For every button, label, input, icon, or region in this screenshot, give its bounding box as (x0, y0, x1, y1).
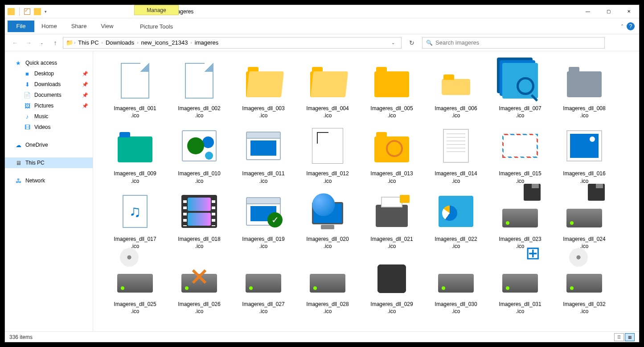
quick-access-toolbar: ▾ (5, 8, 47, 16)
chevron-right-icon[interactable]: › (102, 40, 103, 45)
tab-share[interactable]: Share (64, 18, 94, 34)
search-box[interactable]: 🔍 (422, 37, 605, 49)
file-item[interactable]: Imageres_dll_003.ico (231, 58, 295, 119)
sidebar-label: Documents (34, 92, 62, 98)
file-item[interactable]: Imageres_dll_010.ico (167, 124, 231, 184)
file-name-label: Imageres_dll_028.ico (306, 301, 349, 315)
sidebar-item-videos[interactable]: 🎞Videos (5, 122, 93, 132)
file-list[interactable]: Imageres_dll_001.ico Imageres_dll_002.ic… (93, 51, 639, 331)
tab-home[interactable]: Home (34, 18, 64, 34)
breadcrumb-item[interactable]: This PC (76, 39, 100, 46)
file-item[interactable]: Imageres_dll_011.ico (231, 124, 295, 184)
minimize-button[interactable]: — (578, 5, 598, 18)
close-button[interactable]: ✕ (619, 5, 639, 18)
file-name-label: Imageres_dll_008.ico (563, 105, 605, 119)
file-thumbnail-icon (562, 124, 607, 168)
file-name-label: Imageres_dll_027.ico (242, 301, 284, 315)
file-item[interactable]: Imageres_dll_004.ico (295, 58, 360, 119)
file-item[interactable]: Imageres_dll_001.ico (103, 58, 167, 119)
qat-dropdown-icon[interactable]: ▾ (45, 9, 47, 14)
file-thumbnail-icon (113, 189, 157, 234)
forward-button[interactable]: → (23, 37, 34, 49)
file-item[interactable]: Imageres_dll_020.ico (295, 189, 360, 250)
file-thumbnail-icon (241, 58, 286, 103)
tab-view[interactable]: View (94, 18, 120, 34)
navigation-pane[interactable]: ★ Quick access ■Desktop📌 ⬇Downloads📌 📄Do… (5, 51, 93, 331)
details-view-button[interactable]: ☰ (614, 333, 624, 341)
chevron-right-icon[interactable]: › (74, 40, 75, 45)
file-thumbnail-icon (434, 58, 478, 103)
file-name-label: Imageres_dll_018.ico (178, 235, 220, 250)
file-item[interactable]: Imageres_dll_008.ico (552, 58, 616, 119)
search-input[interactable] (435, 39, 601, 46)
file-item[interactable]: Imageres_dll_023.ico (488, 189, 552, 250)
file-item[interactable]: Imageres_dll_029.ico (360, 254, 424, 315)
recent-dropdown-icon[interactable]: ⌄ (36, 37, 48, 49)
file-thumbnail-icon: ✓ (241, 189, 286, 234)
status-bar: 336 items ☰ ▦ (5, 331, 639, 342)
tab-picture-tools[interactable]: Picture Tools (134, 18, 179, 34)
file-item[interactable]: Imageres_dll_013.ico (360, 124, 424, 184)
contextual-tab-manage[interactable]: Manage (134, 5, 179, 15)
file-thumbnail-icon (177, 254, 222, 299)
qat-newfolder-icon[interactable] (34, 8, 41, 15)
ribbon-collapse-icon[interactable]: ⌃ (620, 24, 624, 29)
sidebar-item-documents[interactable]: 📄Documents📌 (5, 90, 93, 100)
up-button[interactable]: ↑ (49, 37, 61, 49)
file-tab[interactable]: File (8, 21, 34, 32)
file-name-label: Imageres_dll_016.ico (563, 170, 605, 184)
file-item[interactable]: Imageres_dll_022.ico (424, 189, 488, 250)
maximize-button[interactable]: ▢ (598, 5, 619, 18)
file-item[interactable]: Imageres_dll_005.ico (360, 58, 424, 119)
sidebar-label: Desktop (34, 70, 54, 77)
file-thumbnail-icon (241, 124, 286, 168)
file-item[interactable]: Imageres_dll_007.ico (488, 58, 552, 119)
qat-properties-icon[interactable] (24, 8, 30, 15)
file-thumbnail-icon (434, 254, 478, 299)
sidebar-quick-access[interactable]: ★ Quick access (5, 58, 93, 68)
back-button[interactable]: ← (9, 37, 21, 49)
chevron-right-icon[interactable]: › (190, 40, 192, 45)
file-item[interactable]: Imageres_dll_021.ico (360, 189, 424, 250)
titlebar[interactable]: ▾ Manage imageres — ▢ ✕ (5, 5, 639, 18)
breadcrumb-item[interactable]: new_icons_21343 (139, 39, 190, 46)
breadcrumb-item[interactable]: Downloads (104, 39, 136, 46)
file-item[interactable]: Imageres_dll_016.ico (552, 124, 616, 184)
file-item[interactable]: Imageres_dll_018.ico (167, 189, 231, 250)
file-thumbnail-icon (113, 58, 157, 103)
file-item[interactable]: Imageres_dll_030.ico (424, 254, 488, 315)
file-item[interactable]: Imageres_dll_032.ico (552, 254, 616, 315)
file-item[interactable]: Imageres_dll_024.ico (552, 189, 616, 250)
file-thumbnail-icon (498, 189, 542, 234)
file-item[interactable]: Imageres_dll_014.ico (424, 124, 488, 184)
sidebar-this-pc[interactable]: 🖥This PC (5, 157, 93, 168)
file-name-label: Imageres_dll_017.ico (114, 235, 156, 250)
breadcrumb-item[interactable]: imageres (193, 39, 220, 46)
cloud-icon: ☁ (15, 141, 22, 149)
file-item[interactable]: Imageres_dll_028.ico (295, 254, 360, 315)
sidebar-network[interactable]: 🖧Network (5, 175, 93, 186)
address-dropdown-icon[interactable]: ⌄ (388, 40, 398, 45)
file-item[interactable]: Imageres_dll_009.ico (103, 124, 167, 184)
file-item[interactable]: ✓ Imageres_dll_019.ico (231, 189, 295, 250)
address-bar[interactable]: 📁 › This PC › Downloads › new_icons_2134… (63, 37, 402, 49)
file-item[interactable]: ⊞ Imageres_dll_031.ico (488, 254, 552, 315)
sidebar-item-desktop[interactable]: ■Desktop📌 (5, 68, 93, 79)
refresh-button[interactable]: ↻ (406, 37, 418, 49)
sidebar-item-downloads[interactable]: ⬇Downloads📌 (5, 79, 93, 90)
desktop-icon: ■ (24, 70, 31, 77)
file-item[interactable]: Imageres_dll_025.ico (103, 254, 167, 315)
file-item[interactable]: Imageres_dll_006.ico (424, 58, 488, 119)
chevron-right-icon[interactable]: › (137, 40, 138, 45)
file-item[interactable]: Imageres_dll_026.ico (167, 254, 231, 315)
sidebar-item-music[interactable]: ♪Music (5, 111, 93, 122)
sidebar-onedrive[interactable]: ☁OneDrive (5, 140, 93, 150)
file-item[interactable]: Imageres_dll_027.ico (231, 254, 295, 315)
icons-view-button[interactable]: ▦ (625, 333, 635, 341)
sidebar-item-pictures[interactable]: 🖼Pictures📌 (5, 100, 93, 111)
file-item[interactable]: Imageres_dll_017.ico (103, 189, 167, 250)
file-item[interactable]: Imageres_dll_012.ico (295, 124, 360, 184)
file-item[interactable]: Imageres_dll_002.ico (167, 58, 231, 119)
help-icon[interactable]: ? (627, 22, 635, 30)
file-item[interactable]: Imageres_dll_015.ico (488, 124, 552, 184)
